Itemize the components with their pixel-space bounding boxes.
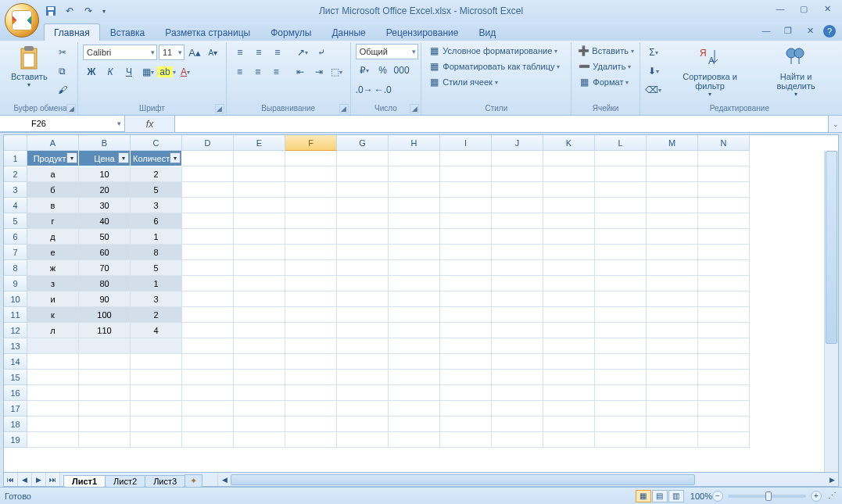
cell[interactable] [595, 182, 647, 198]
table-cell[interactable]: 5 [131, 260, 182, 276]
close-button[interactable]: ✕ [817, 2, 837, 16]
cell[interactable] [285, 432, 337, 448]
number-format-combo[interactable]: Общий [356, 44, 418, 59]
cell[interactable] [182, 385, 234, 401]
cell[interactable] [79, 370, 131, 385]
cell[interactable] [182, 245, 234, 260]
cell[interactable] [182, 401, 234, 416]
name-box[interactable]: F26 [0, 116, 125, 132]
cell[interactable] [131, 432, 182, 448]
cell[interactable] [698, 291, 750, 307]
grow-font-icon[interactable]: A▴ [186, 44, 202, 61]
redo-icon[interactable]: ↷ [81, 4, 95, 18]
cell[interactable] [234, 213, 285, 229]
cell[interactable] [182, 260, 234, 276]
cell[interactable] [595, 198, 647, 213]
help-button[interactable]: ? [823, 25, 836, 38]
table-cell[interactable]: 1 [131, 276, 182, 291]
insert-cells-button[interactable]: ➕Вставить [576, 44, 634, 58]
cell[interactable] [647, 229, 698, 245]
cell[interactable] [543, 385, 595, 401]
cell[interactable] [182, 432, 234, 448]
align-bottom-icon[interactable]: ≡ [269, 44, 286, 61]
cell[interactable] [595, 338, 647, 354]
table-header-cell[interactable]: Количество▾ [131, 151, 182, 166]
cell[interactable] [337, 338, 389, 354]
cell[interactable] [285, 354, 337, 370]
row-header[interactable]: 18 [4, 416, 27, 432]
cell[interactable] [234, 229, 285, 245]
table-cell[interactable]: к [27, 307, 79, 323]
cell[interactable] [234, 432, 285, 448]
filter-dropdown-icon[interactable]: ▾ [66, 152, 77, 163]
cell[interactable] [389, 416, 440, 432]
find-select-button[interactable]: Найти и выделить▾ [758, 44, 834, 102]
cell[interactable] [647, 291, 698, 307]
row-header[interactable]: 4 [4, 198, 27, 213]
maximize-button[interactable]: ▢ [794, 2, 814, 16]
cell[interactable] [492, 338, 543, 354]
cell[interactable] [234, 323, 285, 338]
italic-button[interactable]: К [102, 63, 119, 80]
cell[interactable] [182, 276, 234, 291]
cell[interactable] [647, 338, 698, 354]
table-cell[interactable]: 8 [131, 245, 182, 260]
cell[interactable] [440, 151, 492, 166]
cell[interactable] [389, 245, 440, 260]
cell[interactable] [492, 229, 543, 245]
select-all-corner[interactable] [4, 135, 27, 151]
expand-formula-bar-icon[interactable]: ⌄ [828, 116, 842, 132]
cell[interactable] [543, 416, 595, 432]
cell[interactable] [440, 432, 492, 448]
cell[interactable] [389, 370, 440, 385]
copy-icon[interactable]: ⧉ [54, 63, 71, 80]
cell[interactable] [440, 229, 492, 245]
cell[interactable] [595, 245, 647, 260]
cell[interactable] [440, 416, 492, 432]
table-cell[interactable]: 2 [131, 166, 182, 182]
column-header[interactable]: K [543, 135, 595, 151]
cell[interactable] [647, 385, 698, 401]
cell[interactable] [543, 276, 595, 291]
row-header[interactable]: 8 [4, 260, 27, 276]
cell[interactable] [234, 370, 285, 385]
cell[interactable] [492, 416, 543, 432]
cell[interactable] [647, 260, 698, 276]
cell[interactable] [234, 260, 285, 276]
tab-рецензирование[interactable]: Рецензирование [376, 23, 469, 41]
cell[interactable] [595, 291, 647, 307]
underline-button[interactable]: Ч [120, 63, 138, 80]
filter-dropdown-icon[interactable]: ▾ [170, 152, 181, 163]
cell[interactable] [440, 245, 492, 260]
font-launcher-icon[interactable]: ◢ [215, 104, 224, 113]
cell[interactable] [285, 385, 337, 401]
cell[interactable] [131, 370, 182, 385]
cell[interactable] [79, 385, 131, 401]
cell[interactable] [337, 213, 389, 229]
cell[interactable] [492, 213, 543, 229]
cell[interactable] [234, 198, 285, 213]
cell[interactable] [698, 213, 750, 229]
cell[interactable] [647, 198, 698, 213]
cell[interactable] [389, 307, 440, 323]
autosum-icon[interactable]: Σ [645, 44, 662, 61]
cell[interactable] [698, 260, 750, 276]
zoom-out-icon[interactable]: − [712, 491, 723, 502]
align-middle-icon[interactable]: ≡ [250, 44, 267, 61]
cell[interactable] [698, 245, 750, 260]
cell[interactable] [285, 338, 337, 354]
table-header-cell[interactable]: Продукты▾ [27, 151, 79, 166]
cell[interactable] [337, 151, 389, 166]
cell[interactable] [285, 198, 337, 213]
cell[interactable] [285, 245, 337, 260]
cell[interactable] [647, 354, 698, 370]
paste-button[interactable]: Вставить ▾ [8, 44, 51, 102]
table-cell[interactable]: 60 [79, 245, 131, 260]
row-header[interactable]: 12 [4, 323, 27, 338]
cell[interactable] [182, 182, 234, 198]
conditional-formatting-button[interactable]: ▦Условное форматирование [426, 44, 566, 58]
cell[interactable] [337, 323, 389, 338]
sheet-tab[interactable]: Лист1 [63, 475, 106, 487]
cell[interactable] [182, 354, 234, 370]
cell[interactable] [182, 213, 234, 229]
